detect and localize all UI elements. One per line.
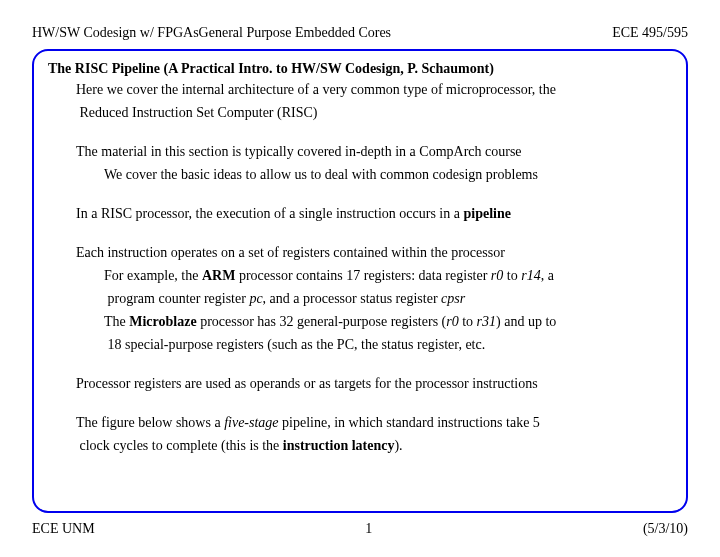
text-line: program counter register pc, and a proce… xyxy=(48,288,672,309)
footer-left: ECE UNM xyxy=(32,521,95,537)
footer-date: (5/3/10) xyxy=(643,521,688,537)
text-line: Here we cover the internal architecture … xyxy=(48,79,672,100)
text-line: The material in this section is typicall… xyxy=(48,141,672,162)
text-line: clock cycles to complete (this is the in… xyxy=(48,435,672,456)
page-header: HW/SW Codesign w/ FPGAsGeneral Purpose E… xyxy=(32,25,688,41)
page-footer: ECE UNM 1 (5/3/10) xyxy=(32,521,688,537)
header-left: HW/SW Codesign w/ FPGAsGeneral Purpose E… xyxy=(32,25,391,41)
header-right: ECE 495/595 xyxy=(612,25,688,41)
content-box: The RISC Pipeline (A Practical Intro. to… xyxy=(32,49,688,513)
slide-title: The RISC Pipeline (A Practical Intro. to… xyxy=(48,61,672,77)
text-line: 18 special-purpose registers (such as th… xyxy=(48,334,672,355)
text-line: In a RISC processor, the execution of a … xyxy=(48,203,672,224)
text-line: Each instruction operates on a set of re… xyxy=(48,242,672,263)
text-line: Processor registers are used as operands… xyxy=(48,373,672,394)
footer-page: 1 xyxy=(365,521,372,537)
text-line: For example, the ARM processor contains … xyxy=(48,265,672,286)
text-line: We cover the basic ideas to allow us to … xyxy=(48,164,672,185)
text-line: The Microblaze processor has 32 general-… xyxy=(48,311,672,332)
text-line: The figure below shows a five-stage pipe… xyxy=(48,412,672,433)
text-line: Reduced Instruction Set Computer (RISC) xyxy=(48,102,672,123)
